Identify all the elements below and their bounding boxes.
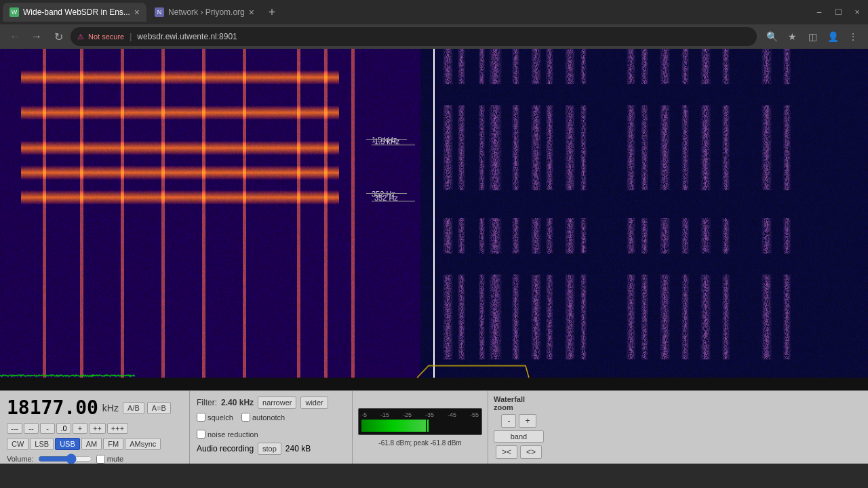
control-panel: 18177.00 kHz A/B A=B --- -- - .0 + ++ ++…	[0, 390, 868, 464]
audio-meter-peak-marker	[427, 420, 429, 432]
filter-row: Filter: 2.40 kHz narrower wider	[197, 396, 345, 409]
browser-chrome: W Wide-band WebSDR in Ens... × N Network…	[0, 0, 868, 49]
filter-label: Filter:	[197, 398, 217, 407]
a-eq-b-button[interactable]: A=B	[147, 402, 171, 414]
audio-meter-bar	[361, 420, 426, 432]
menu-button[interactable]: ⋮	[844, 27, 863, 46]
tune-down-3[interactable]: ---	[7, 423, 22, 434]
volume-slider[interactable]	[38, 454, 92, 464]
wider-button[interactable]: wider	[300, 396, 328, 409]
audio-section: -5 -15 -25 -35 -45 -55 -61.8 dBm; peak -…	[353, 391, 488, 464]
tune-zero[interactable]: .0	[56, 423, 71, 434]
audio-meter-container: -5 -15 -25 -35 -45 -55	[358, 408, 482, 435]
address-separator: |	[130, 32, 132, 41]
annotation-line-2	[366, 193, 407, 194]
mute-checkbox[interactable]	[96, 455, 105, 464]
mode-am[interactable]: AM	[81, 438, 102, 450]
tab-favicon-websdr: W	[9, 7, 19, 17]
mode-amsync[interactable]: AMsync	[125, 438, 161, 450]
audio-db-label: -61.8 dBm; peak -61.8 dBm	[358, 439, 482, 447]
annotation-1-5khz: 1.5 kHz	[372, 136, 397, 144]
mode-lsb[interactable]: LSB	[30, 438, 54, 450]
annotation-line-1	[366, 139, 407, 140]
zoom-lr-row: >< <>	[496, 445, 542, 459]
audio-recording-label: Audio recording	[197, 444, 254, 453]
freq-axis	[0, 378, 868, 390]
freq-ab-buttons: A/B A=B	[123, 402, 171, 414]
security-label: Not secure	[88, 33, 124, 41]
tune-down-2[interactable]: --	[24, 423, 39, 434]
mode-usb[interactable]: USB	[55, 438, 80, 450]
zoom-band-button[interactable]: band	[494, 430, 544, 443]
mode-buttons: CW LSB USB AM FM AMsync	[7, 438, 182, 450]
back-button[interactable]: ←	[5, 27, 24, 46]
autonotch-label[interactable]: autonotch	[241, 413, 285, 422]
security-icon: ⚠	[77, 33, 84, 41]
tab-title-priyom: Network › Priyom.org	[168, 7, 245, 17]
recording-size: 240 kB	[285, 444, 311, 453]
noise-reduction-checkbox[interactable]	[197, 430, 205, 439]
mode-fm[interactable]: FM	[103, 438, 123, 450]
extensions-button[interactable]: ◫	[803, 27, 822, 46]
mute-label[interactable]: mute	[96, 455, 123, 464]
noise-reduction-label[interactable]: noise reduction	[197, 430, 258, 439]
nav-actions: 🔍 ★ ◫ 👤 ⋮	[762, 27, 863, 46]
tune-buttons: --- -- - .0 + ++ +++	[7, 423, 182, 434]
waterfall-canvas[interactable]	[0, 49, 868, 390]
bookmark-button[interactable]: ★	[783, 27, 802, 46]
tab-title-websdr: Wide-band WebSDR in Ens...	[23, 7, 130, 17]
frequency-value: 18177.00	[7, 396, 98, 419]
restore-button[interactable]: ☐	[830, 4, 846, 20]
forward-button[interactable]: →	[27, 27, 46, 46]
recording-row: Audio recording stop 240 kB	[197, 443, 345, 455]
search-button[interactable]: 🔍	[762, 27, 781, 46]
zoom-plus-button[interactable]: +	[519, 414, 536, 428]
stop-button[interactable]: stop	[258, 443, 281, 455]
narrower-button[interactable]: narrower	[258, 396, 296, 409]
tune-down-1[interactable]: -	[40, 423, 55, 434]
sdr-display[interactable]: 1.5 kHz 352 Hz Embassy Addis Ababa 0745z…	[0, 49, 868, 390]
squelch-checkbox[interactable]	[197, 413, 205, 422]
tab-priyom[interactable]: N Network › Priyom.org ×	[148, 3, 261, 22]
zoom-minus-button[interactable]: -	[501, 414, 516, 428]
zoom-right-button[interactable]: <>	[520, 445, 542, 459]
new-tab-button[interactable]: +	[262, 3, 281, 22]
zoom-pm-row: - +	[501, 414, 536, 428]
tab-favicon-priyom: N	[155, 7, 164, 17]
tab-close-priyom[interactable]: ×	[249, 7, 254, 18]
frequency-section: 18177.00 kHz A/B A=B --- -- - .0 + ++ ++…	[0, 391, 190, 464]
tune-up-2[interactable]: ++	[89, 423, 106, 434]
freq-display: 18177.00 kHz A/B A=B	[7, 396, 182, 419]
tab-bar: W Wide-band WebSDR in Ens... × N Network…	[0, 0, 868, 24]
tab-controls: – ☐ ×	[811, 4, 865, 20]
minimize-button[interactable]: –	[811, 4, 827, 20]
filter-section: Filter: 2.40 kHz narrower wider squelch …	[190, 391, 353, 464]
reload-button[interactable]: ↻	[49, 27, 68, 46]
frequency-unit: kHz	[102, 403, 119, 413]
tune-up-1[interactable]: +	[73, 423, 87, 434]
tune-up-3[interactable]: +++	[107, 423, 128, 434]
volume-label: Volume:	[7, 455, 34, 463]
checkbox-row: squelch autonotch noise reduction	[197, 413, 345, 439]
tab-websdr[interactable]: W Wide-band WebSDR in Ens... ×	[3, 3, 146, 22]
audio-meter-bar-container	[361, 420, 479, 432]
waterfall-zoom-section: Waterfall zoom - + band >< <>	[488, 391, 549, 464]
zoom-left-button[interactable]: ><	[496, 445, 517, 459]
annotation-352hz: 352 Hz	[372, 190, 395, 198]
autonotch-checkbox[interactable]	[241, 413, 250, 422]
tab-close-websdr[interactable]: ×	[134, 7, 140, 18]
mode-cw[interactable]: CW	[7, 438, 28, 450]
address-text: websdr.ewi.utwente.nl:8901	[137, 32, 750, 41]
volume-row: Volume: mute	[7, 454, 182, 464]
address-bar[interactable]: ⚠ Not secure | websdr.ewi.utwente.nl:890…	[71, 27, 757, 46]
ab-button[interactable]: A/B	[123, 402, 144, 414]
filter-value: 2.40 kHz	[221, 398, 254, 407]
nav-bar: ← → ↻ ⚠ Not secure | websdr.ewi.utwente.…	[0, 24, 868, 49]
waterfall-zoom-title: Waterfall zoom	[494, 395, 544, 411]
close-button[interactable]: ×	[849, 4, 865, 20]
squelch-label[interactable]: squelch	[197, 413, 233, 422]
profile-button[interactable]: 👤	[823, 27, 842, 46]
audio-meter-scale: -5 -15 -25 -35 -45 -55	[361, 411, 479, 418]
